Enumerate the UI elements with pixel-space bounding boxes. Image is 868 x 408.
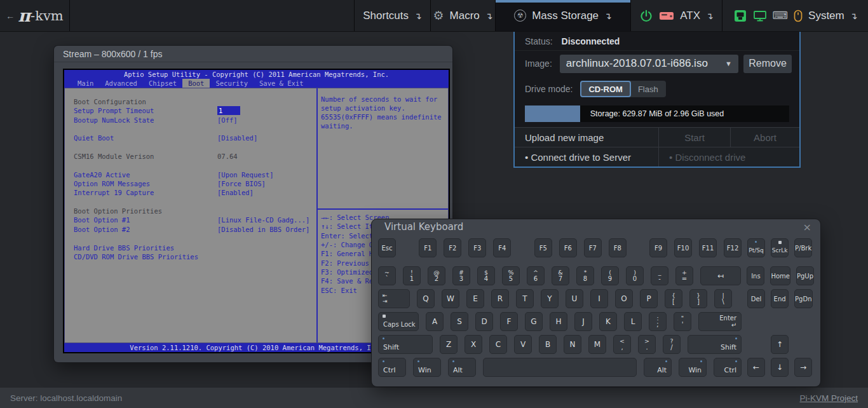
key-arrow-up[interactable]: ↑ (771, 335, 789, 354)
key-arrow-down[interactable]: ↓ (771, 358, 789, 377)
key-f12[interactable]: F12 (724, 238, 742, 257)
key-delete[interactable]: Del (747, 289, 765, 308)
close-icon[interactable]: × (803, 221, 811, 233)
key-l[interactable]: L (624, 312, 642, 331)
key-x[interactable]: X (465, 335, 482, 354)
key-space[interactable] (483, 358, 637, 377)
key-f10[interactable]: F10 (674, 238, 692, 257)
key-comma[interactable]: <, (613, 335, 631, 354)
key-a[interactable]: A (426, 312, 444, 331)
key-semicolon[interactable]: :; (649, 312, 667, 331)
key-4[interactable]: $4 (477, 266, 495, 285)
start-upload-button[interactable]: Start (658, 128, 730, 147)
pikvm-project-link[interactable]: Pi-KVM Project (799, 393, 858, 403)
key-print-screen[interactable]: Pt/Sq (747, 238, 765, 257)
key-o[interactable]: O (615, 289, 633, 308)
key-c[interactable]: C (489, 335, 507, 354)
key-w[interactable]: W (442, 289, 459, 308)
key-alt-right[interactable]: Alt (644, 358, 672, 377)
key-minus[interactable]: _- (651, 266, 668, 285)
key-2[interactable]: @2 (428, 266, 445, 285)
key-r[interactable]: R (491, 289, 509, 308)
key-3[interactable]: #3 (452, 266, 470, 285)
key-k[interactable]: K (599, 312, 617, 331)
key-f9[interactable]: F9 (649, 238, 667, 257)
key-g[interactable]: G (525, 312, 543, 331)
key-page-down[interactable]: PgDn (794, 289, 812, 308)
logo-home-link[interactable]: ← π -kvm (0, 0, 70, 31)
key-shift-right[interactable]: Shift (688, 335, 742, 354)
key-enter[interactable]: Enter↵ (698, 312, 742, 331)
remove-image-button[interactable]: Remove (743, 55, 792, 73)
upload-new-image-button[interactable]: Upload new image (515, 128, 658, 147)
key-f1[interactable]: F1 (419, 238, 437, 257)
key-slash[interactable]: ?/ (663, 335, 681, 354)
key-d[interactable]: D (475, 312, 493, 331)
key-f2[interactable]: F2 (444, 238, 461, 257)
key-arrow-left[interactable]: ← (747, 358, 765, 377)
mode-flash-button[interactable]: Flash (629, 81, 666, 97)
connect-drive-button[interactable]: • Connect drive to Server (515, 147, 658, 167)
key-ctrl-left[interactable]: Ctrl (378, 358, 406, 377)
key-alt-left[interactable]: Alt (448, 358, 476, 377)
key-t[interactable]: T (516, 289, 534, 308)
key-1[interactable]: !1 (403, 266, 421, 285)
key-backslash[interactable]: |\ (714, 289, 732, 308)
menu-shortcuts[interactable]: Shortcuts ↴ (354, 0, 430, 31)
key-y[interactable]: Y (541, 289, 559, 308)
abort-upload-button[interactable]: Abort (730, 128, 799, 147)
key-p[interactable]: P (640, 289, 658, 308)
keyboard-window-titlebar[interactable]: Virtual Keyboard × (372, 219, 820, 235)
key-q[interactable]: Q (417, 289, 435, 308)
key-f11[interactable]: F11 (699, 238, 717, 257)
key-z[interactable]: Z (440, 335, 458, 354)
key-j[interactable]: J (574, 312, 592, 331)
key-backspace[interactable]: ↤ (700, 266, 741, 285)
menu-mass-storage[interactable]: ☢ Mass Storage ↴ (495, 0, 630, 31)
key-f6[interactable]: F6 (559, 238, 577, 257)
image-select[interactable]: archlinux-2018.07.01-i686.iso ▼ (560, 55, 738, 73)
key-end[interactable]: End (771, 289, 789, 308)
menu-macro[interactable]: ⚙ Macro ↴ (430, 0, 495, 31)
key-7[interactable]: &7 (552, 266, 569, 285)
key-page-up[interactable]: PgUp (796, 266, 814, 285)
mode-cdrom-button[interactable]: CD-ROM (580, 81, 630, 97)
key-e[interactable]: E (466, 289, 484, 308)
key-9[interactable]: (9 (601, 266, 619, 285)
key-s[interactable]: S (451, 312, 468, 331)
menu-atx[interactable]: ATX ↴ (630, 0, 722, 31)
key-0[interactable]: )0 (626, 266, 644, 285)
key-f8[interactable]: F8 (609, 238, 627, 257)
key-m[interactable]: M (588, 335, 606, 354)
key-f4[interactable]: F4 (493, 238, 511, 257)
key-period[interactable]: >. (638, 335, 656, 354)
disconnect-drive-button[interactable]: • Disconnect drive (658, 147, 799, 167)
key-home[interactable]: Home (770, 266, 790, 285)
key-arrow-right[interactable]: → (794, 358, 812, 377)
key-scroll-lock[interactable]: ScrLk (771, 238, 789, 257)
menu-system[interactable]: ⌨ System ↴ (722, 0, 868, 31)
key-quote[interactable]: "' (674, 312, 691, 331)
stream-window-titlebar[interactable]: Stream – 800x600 / 1 fps (54, 46, 452, 62)
key-u[interactable]: U (566, 289, 583, 308)
key-caps-lock[interactable]: Caps Lock (378, 312, 419, 331)
key-shift-left[interactable]: Shift (378, 335, 433, 354)
key-bracket-left[interactable]: {[ (665, 289, 682, 308)
key-bracket-right[interactable]: }] (689, 289, 707, 308)
key-f[interactable]: F (500, 312, 518, 331)
key-v[interactable]: V (514, 335, 532, 354)
key-i[interactable]: I (590, 289, 608, 308)
key-win-right[interactable]: Win (679, 358, 707, 377)
key-8[interactable]: *8 (576, 266, 594, 285)
key-6[interactable]: ^6 (527, 266, 545, 285)
key-f3[interactable]: F3 (468, 238, 486, 257)
key-equal[interactable]: += (675, 266, 693, 285)
key-5[interactable]: %5 (502, 266, 520, 285)
key-n[interactable]: N (564, 335, 581, 354)
key-tab[interactable]: ⇤⇥ (378, 289, 410, 308)
key-f7[interactable]: F7 (584, 238, 602, 257)
key-esc[interactable]: Esc (378, 238, 396, 257)
key-h[interactable]: H (550, 312, 567, 331)
key-win-left[interactable]: Win (413, 358, 441, 377)
key-insert[interactable]: Ins (747, 266, 764, 285)
